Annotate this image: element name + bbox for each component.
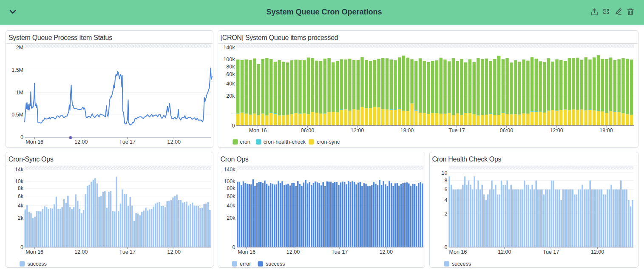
- svg-text:12:00: 12:00: [498, 249, 511, 255]
- svg-text:6: 6: [444, 187, 447, 193]
- svg-text:10k: 10k: [15, 179, 24, 184]
- svg-text:Tue 17: Tue 17: [119, 139, 136, 145]
- svg-text:60k: 60k: [227, 193, 235, 199]
- svg-text:12:00: 12:00: [591, 249, 604, 255]
- svg-text:40k: 40k: [226, 81, 235, 87]
- svg-text:2k: 2k: [18, 215, 24, 221]
- svg-text:140k: 140k: [223, 45, 235, 51]
- svg-text:1M: 1M: [16, 90, 23, 96]
- svg-text:cron-sync: cron-sync: [317, 139, 340, 145]
- svg-text:18:00: 18:00: [599, 128, 613, 133]
- svg-text:12:00: 12:00: [74, 139, 88, 145]
- svg-text:12:00: 12:00: [550, 128, 563, 133]
- svg-text:100k: 100k: [224, 179, 235, 184]
- svg-text:Mon 16: Mon 16: [449, 249, 467, 255]
- svg-text:1.5M: 1.5M: [11, 67, 23, 73]
- svg-text:Mon 16: Mon 16: [238, 249, 255, 255]
- svg-text:20k: 20k: [226, 93, 235, 99]
- svg-text:12:00: 12:00: [286, 249, 299, 255]
- svg-text:60k: 60k: [226, 71, 235, 77]
- svg-text:06:00: 06:00: [499, 128, 513, 133]
- svg-text:12:00: 12:00: [379, 249, 392, 255]
- svg-text:12:00: 12:00: [74, 249, 88, 255]
- svg-text:12:00: 12:00: [350, 128, 363, 133]
- svg-text:success: success: [28, 261, 47, 267]
- svg-text:2: 2: [444, 211, 447, 217]
- svg-text:80k: 80k: [227, 185, 235, 191]
- svg-text:12:00: 12:00: [167, 249, 181, 255]
- svg-text:12:00: 12:00: [167, 139, 181, 145]
- svg-text:0: 0: [232, 244, 235, 250]
- svg-text:6k: 6k: [18, 193, 24, 199]
- svg-text:140k: 140k: [224, 167, 235, 173]
- svg-text:0: 0: [20, 244, 23, 250]
- svg-text:80k: 80k: [226, 64, 235, 70]
- svg-text:success: success: [266, 261, 285, 267]
- svg-text:4: 4: [444, 197, 447, 203]
- svg-text:Mon 16: Mon 16: [26, 249, 43, 255]
- svg-text:20k: 20k: [227, 215, 235, 221]
- svg-text:0: 0: [20, 134, 23, 140]
- svg-text:0: 0: [444, 244, 447, 250]
- svg-text:8: 8: [444, 178, 447, 184]
- svg-text:Mon 16: Mon 16: [249, 128, 267, 133]
- svg-text:14k: 14k: [15, 167, 24, 173]
- svg-text:Tue 17: Tue 17: [331, 249, 348, 255]
- svg-text:success: success: [451, 261, 471, 267]
- svg-text:Mon 16: Mon 16: [26, 139, 43, 145]
- svg-text:40k: 40k: [227, 203, 235, 209]
- svg-text:2M: 2M: [16, 45, 23, 51]
- svg-text:0: 0: [232, 123, 235, 129]
- svg-text:Tue 17: Tue 17: [448, 128, 465, 133]
- svg-text:Tue 17: Tue 17: [119, 249, 136, 255]
- svg-text:06:00: 06:00: [301, 128, 314, 133]
- svg-text:100k: 100k: [223, 57, 235, 62]
- svg-text:error: error: [240, 261, 251, 267]
- svg-text:Tue 17: Tue 17: [543, 249, 559, 255]
- svg-text:cron-health-check: cron-health-check: [263, 139, 306, 145]
- svg-text:10: 10: [441, 170, 447, 176]
- svg-text:8k: 8k: [18, 185, 24, 191]
- svg-text:0.5M: 0.5M: [11, 112, 23, 118]
- svg-text:cron: cron: [240, 139, 250, 145]
- svg-text:18:00: 18:00: [400, 128, 413, 133]
- svg-text:4k: 4k: [18, 203, 24, 209]
